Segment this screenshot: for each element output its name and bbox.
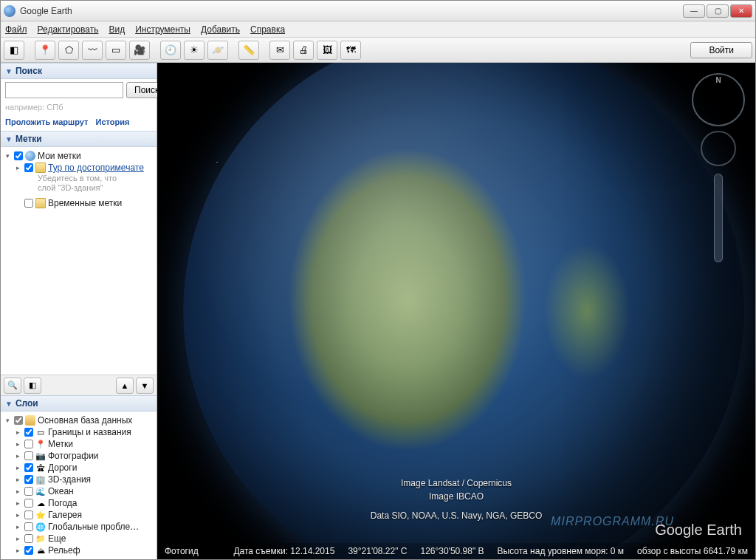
move-down-icon[interactable]: ▼ (136, 378, 154, 394)
places-panel-title: Метки (16, 134, 42, 144)
layer-row[interactable]: ▸🏢3D-здания (2, 474, 155, 485)
view-in-maps-icon[interactable]: 🗺 (340, 41, 361, 60)
layer-icon: 📷 (35, 451, 46, 461)
checkbox[interactable] (14, 416, 23, 425)
expand-icon[interactable]: ▸ (14, 511, 22, 519)
map-viewport[interactable]: N Image Landsat / Copernicus Image IBCAO… (157, 63, 755, 559)
layout-icon[interactable]: ◧ (24, 378, 41, 394)
checkbox[interactable] (24, 451, 33, 460)
move-up-icon[interactable]: ▲ (116, 378, 134, 394)
path-icon[interactable]: 〰 (82, 41, 103, 60)
tree-row-my-places[interactable]: ▾ Мои метки (2, 150, 155, 162)
ruler-icon[interactable]: 📏 (238, 41, 259, 60)
layer-row[interactable]: ▸📍Метки (2, 438, 155, 450)
expand-icon[interactable]: ▸ (14, 499, 22, 507)
checkbox[interactable] (24, 163, 33, 172)
search-input[interactable] (5, 82, 123, 98)
checkbox[interactable] (24, 475, 33, 484)
menu-tools[interactable]: Инструменты (135, 24, 190, 35)
menu-add[interactable]: Добавить (201, 24, 240, 35)
toggle-sidebar-button[interactable]: ◧ (4, 41, 24, 60)
compass-control[interactable]: N (692, 73, 745, 126)
expand-icon[interactable]: ▸ (14, 428, 22, 436)
checkbox[interactable] (24, 440, 33, 448)
polygon-icon[interactable]: ⬠ (58, 41, 79, 60)
planet-icon[interactable]: 🪐 (207, 41, 228, 60)
search-places-icon[interactable]: 🔍 (4, 378, 21, 394)
menu-view[interactable]: Вид (109, 24, 125, 35)
email-icon[interactable]: ✉ (269, 41, 290, 60)
minimize-button[interactable]: — (683, 4, 705, 18)
expand-icon[interactable]: ▸ (14, 523, 22, 530)
layer-label: Метки (48, 439, 73, 449)
checkbox[interactable] (24, 511, 33, 519)
layer-label: Фотографии (48, 451, 99, 461)
tree-row-tour[interactable]: ▸ Тур по достопримечате (2, 162, 155, 174)
collapse-icon[interactable]: ▾ (4, 417, 12, 424)
zoom-slider[interactable] (714, 174, 723, 262)
layer-row[interactable]: ▸🌊Океан (2, 485, 155, 497)
window-buttons: — ▢ ✕ (683, 4, 752, 18)
image-overlay-icon[interactable]: ▭ (106, 41, 126, 60)
checkbox[interactable] (24, 499, 33, 508)
places-panel-header[interactable]: ▼ Метки (1, 131, 157, 147)
menu-file[interactable]: Файл (5, 24, 27, 35)
checkbox[interactable] (14, 151, 23, 160)
chevron-down-icon: ▼ (5, 135, 13, 143)
layer-row[interactable]: ▸⭐Галерея (2, 509, 155, 521)
checkbox[interactable] (24, 463, 33, 472)
layer-label: Еще (48, 533, 66, 544)
expand-icon[interactable]: ▸ (14, 476, 22, 483)
collapse-icon[interactable]: ▾ (4, 152, 12, 160)
sun-icon[interactable]: ☀ (184, 41, 205, 60)
layers-panel-header[interactable]: ▼ Слои (1, 395, 157, 412)
record-tour-icon[interactable]: 🎥 (129, 41, 150, 60)
layer-icon: ☁ (35, 498, 46, 508)
tour-link[interactable]: Тур по достопримечате (48, 163, 144, 173)
route-link[interactable]: Проложить маршрут (5, 117, 88, 126)
expand-icon[interactable]: ▸ (14, 535, 22, 542)
layer-icon: ▭ (35, 427, 46, 437)
tree-row-db[interactable]: ▾ Основная база данных (2, 414, 155, 426)
checkbox[interactable] (24, 546, 33, 555)
layer-row[interactable]: ▸☁Погода (2, 497, 155, 509)
maximize-button[interactable]: ▢ (707, 4, 729, 18)
folder-icon (35, 163, 46, 173)
expand-icon[interactable]: ▸ (14, 164, 22, 171)
print-icon[interactable]: 🖨 (293, 41, 314, 60)
layer-icon: ⛰ (35, 545, 46, 556)
save-image-icon[interactable]: 🖼 (317, 41, 337, 60)
north-label: N (715, 76, 721, 84)
expand-icon[interactable]: ▸ (14, 547, 22, 554)
menu-edit[interactable]: Редактировать (38, 24, 99, 35)
checkbox[interactable] (24, 199, 33, 208)
checkbox[interactable] (24, 428, 33, 437)
layer-row[interactable]: ▸📷Фотографии (2, 450, 155, 462)
layer-row[interactable]: ▸▭Границы и названия (2, 426, 155, 438)
titlebar[interactable]: Google Earth — ▢ ✕ (1, 1, 755, 21)
look-control[interactable] (701, 131, 736, 166)
fotogid-button[interactable]: Фотогид (165, 546, 199, 556)
checkbox[interactable] (24, 487, 33, 496)
search-panel-header[interactable]: ▼ Поиск (1, 63, 157, 79)
checkbox[interactable] (24, 522, 33, 531)
tree-row-temp[interactable]: Временные метки (2, 197, 155, 209)
placemark-icon[interactable]: 📍 (35, 41, 55, 60)
layer-row[interactable]: ▸🛣Дороги (2, 462, 155, 474)
places-toolbar: 🔍 ◧ ▲ ▼ (1, 375, 157, 395)
login-button[interactable]: Войти (690, 42, 752, 58)
menu-help[interactable]: Справка (250, 24, 285, 35)
history-link[interactable]: История (95, 117, 129, 126)
expand-icon[interactable]: ▸ (14, 464, 22, 471)
layer-row[interactable]: ▸📁Еще (2, 533, 155, 544)
expand-icon[interactable]: ▸ (14, 488, 22, 495)
layer-row[interactable]: ▸⛰Рельеф (2, 544, 155, 556)
checkbox[interactable] (24, 534, 33, 543)
history-icon[interactable]: 🕘 (160, 41, 181, 60)
close-button[interactable]: ✕ (730, 4, 752, 18)
layer-row[interactable]: ▸🌐Глобальные пробле… (2, 521, 155, 533)
expand-icon[interactable]: ▸ (14, 452, 22, 460)
expand-icon[interactable]: ▸ (14, 440, 22, 448)
layer-icon: 🌐 (35, 522, 46, 532)
status-eye: обзор с высоты 6641.79 км (637, 546, 748, 556)
